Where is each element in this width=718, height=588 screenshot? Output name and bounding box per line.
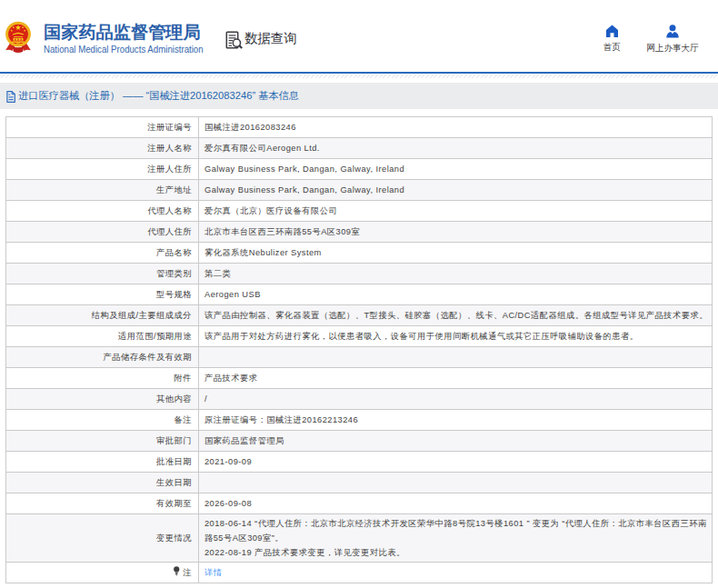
table-row: 注详情: [6, 563, 713, 583]
row-value: 2021-09-09: [199, 452, 713, 473]
table-row: 型号规格Aerogen USB: [6, 284, 713, 305]
breadcrumb-bar: 进口医疗器械（注册） —— “国械注进20162083246” 基本信息: [0, 83, 718, 109]
nav-service-hall-label: 网上办事大厅: [641, 43, 704, 55]
row-label: 注册证编号: [6, 117, 199, 138]
table-row: 适用范围/预期用途该产品用于对处方药进行雾化，以便患者吸入，设备可用于使用间断机…: [6, 326, 713, 347]
table-row: 变更情况2018-06-14 “代理人住所：北京市北京经济技术开发区荣华中路8号…: [6, 514, 713, 563]
row-value: 原注册证编号：国械注进20162213246: [199, 410, 713, 431]
table-row: 代理人住所北京市丰台区西三环南路55号A区309室: [6, 222, 713, 243]
row-label: 有效期至: [6, 493, 199, 514]
national-emblem-logo: [5, 19, 32, 54]
site-header: 国家药品监督管理局 National Medical Products Admi…: [0, 0, 718, 72]
row-value: /: [199, 389, 713, 410]
row-value: 2026-09-08: [199, 493, 713, 514]
row-label: 产品储存条件及有效期: [6, 347, 199, 368]
home-icon: [606, 25, 618, 37]
row-value: Galway Business Park, Dangan, Galway, Ir…: [199, 180, 713, 201]
row-label: 注册人住所: [6, 159, 199, 180]
table-row: 生产地址Galway Business Park, Dangan, Galway…: [6, 180, 713, 201]
table-row: 有效期至2026-09-08: [6, 493, 713, 514]
table-row: 备注原注册证编号：国械注进20162213246: [6, 410, 713, 431]
row-label: 结构及组成/主要组成成分: [6, 305, 199, 326]
row-value: 北京市丰台区西三环南路55号A区309室: [199, 222, 713, 243]
row-value: 该产品由控制器、雾化器装置（选配）、T型接头、硅胶塞（选配）、线卡、AC/DC适…: [199, 305, 713, 326]
row-label: 审批部门: [6, 431, 199, 452]
user-icon: [666, 25, 679, 38]
table-row: 代理人名称爱尔真（北京）医疗设备有限公司: [6, 201, 713, 222]
table-row: 注册人住所Galway Business Park, Dangan, Galwa…: [6, 159, 713, 180]
registration-table: 注册证编号国械注进20162083246注册人名称爱尔真有限公司Aerogen …: [5, 116, 713, 583]
row-label: 注: [6, 563, 199, 583]
table-row: 批准日期2021-09-09: [6, 452, 713, 473]
row-value: 雾化器系统Nebulizer System: [199, 243, 713, 264]
table-row: 管理类别第二类: [6, 264, 713, 284]
row-value: 爱尔真有限公司Aerogen Ltd.: [199, 138, 713, 159]
row-label: 注册人名称: [6, 138, 199, 159]
header-divider-line: [0, 72, 718, 74]
row-label: 型号规格: [6, 284, 199, 305]
row-value: 2018-06-14 “代理人住所：北京市北京经济技术开发区荣华中路8号院13号…: [199, 514, 713, 563]
row-label: 附件: [6, 368, 199, 389]
row-label: 批准日期: [6, 452, 199, 473]
nav-service-hall[interactable]: 网上办事大厅: [641, 25, 704, 55]
row-label: 代理人名称: [6, 201, 199, 222]
site-title: 国家药品监督管理局: [44, 24, 201, 42]
data-query-icon: [224, 31, 243, 49]
row-label: 备注: [6, 410, 199, 431]
row-label: 生产地址: [6, 180, 199, 201]
table-row: 注册证编号国械注进20162083246: [6, 117, 713, 138]
row-value: 第二类: [199, 264, 713, 284]
table-row: 产品储存条件及有效期: [6, 347, 713, 368]
row-label: 产品名称: [6, 243, 199, 264]
row-value: 国家药品监督管理局: [199, 431, 713, 452]
row-value: [199, 473, 713, 493]
detail-link[interactable]: 详情: [204, 568, 223, 577]
row-value: 该产品用于对处方药进行雾化，以便患者吸入，设备可用于使用间断机械通气或其它正压呼…: [199, 326, 713, 347]
table-row: 生效日期: [6, 473, 713, 493]
row-value: 产品技术要求: [199, 368, 713, 389]
table-row: 附件产品技术要求: [6, 368, 713, 389]
nav-home-label: 首页: [591, 42, 633, 54]
row-value: Aerogen USB: [199, 284, 713, 305]
row-value: Galway Business Park, Dangan, Galway, Ir…: [199, 159, 713, 180]
row-label: 管理类别: [6, 264, 199, 284]
document-icon: [6, 91, 15, 103]
row-value: 爱尔真（北京）医疗设备有限公司: [199, 201, 713, 222]
site-subtitle: National Medical Products Administration: [44, 44, 204, 55]
row-label: 生效日期: [6, 473, 199, 493]
data-query-label: 数据查询: [244, 30, 297, 46]
table-row: 结构及组成/主要组成成分该产品由控制器、雾化器装置（选配）、T型接头、硅胶塞（选…: [6, 305, 713, 326]
table-row: 注册人名称爱尔真有限公司Aerogen Ltd.: [6, 138, 713, 159]
row-value: 国械注进20162083246: [199, 117, 713, 138]
table-row: 产品名称雾化器系统Nebulizer System: [6, 243, 713, 264]
bulb-icon: [173, 566, 181, 576]
row-value: [199, 347, 713, 368]
row-label: 其他内容: [6, 389, 199, 410]
row-label: 变更情况: [6, 514, 199, 563]
row-value: 详情: [199, 563, 713, 583]
row-label: 代理人住所: [6, 222, 199, 243]
registration-table-body: 注册证编号国械注进20162083246注册人名称爱尔真有限公司Aerogen …: [6, 117, 713, 583]
registration-detail: 注册证编号国械注进20162083246注册人名称爱尔真有限公司Aerogen …: [5, 116, 718, 583]
table-row: 其他内容/: [6, 389, 713, 410]
nav-home[interactable]: 首页: [591, 25, 633, 54]
breadcrumb: 进口医疗器械（注册） —— “国械注进20162083246” 基本信息: [18, 83, 299, 109]
table-row: 审批部门国家药品监督管理局: [6, 431, 713, 452]
row-label: 适用范围/预期用途: [6, 326, 199, 347]
